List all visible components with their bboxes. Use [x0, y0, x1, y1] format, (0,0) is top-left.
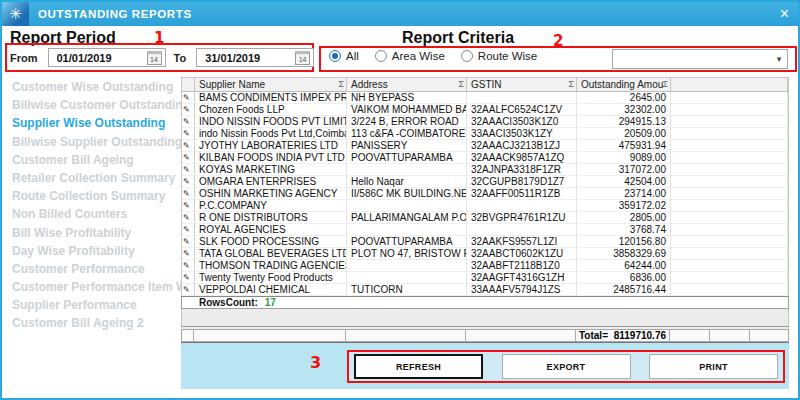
filter-icon[interactable]: Σ — [338, 78, 344, 91]
filler-cell — [671, 224, 788, 236]
radio-option-route-wise[interactable]: Route Wise — [461, 50, 537, 62]
table-row[interactable]: ✎OSHIN MARKETING AGENCYII/586C MK BUILDI… — [182, 188, 788, 200]
column-header-address[interactable]: Address Σ — [347, 78, 467, 91]
outstanding-amount-cell: 20509.00 — [577, 128, 671, 140]
calendar-icon[interactable]: 14 — [295, 51, 310, 65]
close-icon[interactable]: × — [780, 6, 789, 22]
address-cell — [347, 200, 467, 212]
table-row[interactable]: ✎SLK FOOD PROCESSINGPOOVATTUPARAMBA32AAK… — [182, 236, 788, 248]
table-row[interactable]: ✎THOMSON TRADING AGENCIES32AABFT2118B1Z0… — [182, 260, 788, 272]
edit-pencil-icon: ✎ — [182, 152, 195, 164]
edit-pencil-icon: ✎ — [182, 248, 195, 260]
table-row[interactable]: ✎R ONE DISTRIBUTORSPALLARIMANGALAM P.O.3… — [182, 212, 788, 224]
report-period-fields: From 14 To 14 — [10, 48, 322, 67]
sidebar-item[interactable]: Route Collection Summary — [2, 187, 181, 205]
total-label: Total= — [579, 330, 608, 341]
sidebar-item[interactable]: Non Billed Counters — [2, 205, 181, 223]
filler-cell — [671, 236, 788, 248]
to-date-input[interactable] — [205, 52, 285, 64]
table-row[interactable]: ✎VEPPOLDAI CHEMICALTUTICORN33AAAFV5794J1… — [182, 284, 788, 296]
filler-cell — [671, 260, 788, 272]
radio-button-icon[interactable] — [329, 50, 341, 62]
radio-label: Area Wise — [392, 50, 445, 62]
calendar-icon[interactable]: 14 — [147, 51, 162, 65]
filter-icon[interactable]: Σ — [458, 78, 464, 91]
from-label: From — [10, 52, 38, 64]
table-row[interactable]: ✎TATA GLOBAL BEVERAGES LTDPLOT NO 47, BR… — [182, 248, 788, 260]
address-cell: II/586C MK BUILDING.NEARM — [347, 188, 467, 200]
edit-pencil-icon: ✎ — [182, 272, 195, 284]
radio-option-area-wise[interactable]: Area Wise — [375, 50, 445, 62]
sidebar-item[interactable]: Supplier Performance — [2, 296, 181, 314]
from-date-field[interactable]: 14 — [48, 48, 166, 67]
table-row[interactable]: ✎P.C.COMPANY359172.02 — [182, 200, 788, 212]
sidebar-item[interactable]: Customer Bill Ageing 2 — [2, 314, 181, 332]
column-header-supplier[interactable]: Supplier Name Σ — [195, 78, 347, 91]
radio-button-icon[interactable] — [375, 50, 387, 62]
criteria-dropdown[interactable]: ▾ — [612, 49, 788, 69]
address-cell — [347, 260, 467, 272]
table-row[interactable]: ✎OMGARA ENTERPRISESHello Naqar32CGUPB817… — [182, 176, 788, 188]
table-row[interactable]: ✎indo Nissin Foods Pvt Ltd,Coimbato113 c… — [182, 128, 788, 140]
to-date-field[interactable]: 14 — [196, 48, 314, 67]
column-header-gstin[interactable]: GSTIN Σ — [467, 78, 577, 91]
filler-cell — [671, 128, 788, 140]
filler-cell — [671, 140, 788, 152]
sidebar-item[interactable]: Supplier Wise Outstanding — [2, 114, 181, 132]
gstin-cell — [467, 200, 577, 212]
sidebar-item[interactable]: Customer Performance Item Wise — [2, 278, 181, 296]
rows-count-bar: RowsCount: 17 — [181, 296, 789, 309]
filler-cell — [671, 188, 788, 200]
window-title: OUTSTANDING REPORTS — [38, 8, 192, 20]
sidebar-item[interactable]: Bill Wise Profitability — [2, 224, 181, 242]
address-cell: PLOT NO 47, BRISTOW ROAD — [347, 248, 467, 260]
address-cell: VAIKOM MOHAMMED BASHE — [347, 104, 467, 116]
address-cell — [347, 164, 467, 176]
radio-button-icon[interactable] — [461, 50, 473, 62]
sidebar-item[interactable]: Retailer Collection Summary — [2, 169, 181, 187]
supplier-name-cell: KOYAS MARKETING — [195, 164, 347, 176]
supplier-name-cell: VEPPOLDAI CHEMICAL — [195, 284, 347, 296]
column-header-outstanding[interactable]: Outstanding Amou Σ — [577, 78, 671, 91]
radio-group: AllArea WiseRoute Wise — [329, 50, 537, 62]
refresh-button[interactable]: REFRESH — [354, 354, 483, 379]
outstanding-reports-window: ✳ OUTSTANDING REPORTS × Report Period 1 … — [0, 0, 800, 400]
total-cell: Total= 8119710.76 — [576, 329, 670, 342]
sidebar-item[interactable]: Billwise Customer Outstanding — [2, 96, 181, 114]
outstanding-amount-cell: 3768.74 — [577, 224, 671, 236]
sidebar-item[interactable]: Day Wise Profitability — [2, 242, 181, 260]
supplier-name-cell: THOMSON TRADING AGENCIES — [195, 260, 347, 272]
to-label: To — [174, 52, 187, 64]
print-button[interactable]: PRINT — [649, 354, 778, 379]
supplier-name-cell: Chozen Foods LLP — [195, 104, 347, 116]
footer-buttons: REFRESHEXPORTPRINT — [354, 354, 778, 379]
table-row[interactable]: ✎BAMS CONDIMENTS IMPEX PRIVATNH BYEPASS2… — [182, 92, 788, 104]
edit-pencil-icon: ✎ — [182, 140, 195, 152]
outstanding-amount-cell: 2805.00 — [577, 212, 671, 224]
table-row[interactable]: ✎ROYAL AGENCIES3768.74 — [182, 224, 788, 236]
table-row[interactable]: ✎KOYAS MARKETING32AJNPA3318F1ZR317072.00 — [182, 164, 788, 176]
sidebar-item[interactable]: Billwise Supplier Outstanding — [2, 133, 181, 151]
table-row[interactable]: ✎JYOTHY LABORATERIES LTDPANISSERY32AAACJ… — [182, 140, 788, 152]
chevron-down-icon: ▾ — [771, 54, 787, 64]
sidebar-item[interactable]: Customer Bill Ageing — [2, 151, 181, 169]
table-row[interactable]: ✎KILBAN FOODS INDIA PVT LTDPOOVATTUPARAM… — [182, 152, 788, 164]
filter-icon[interactable]: Σ — [568, 78, 574, 91]
table-row[interactable]: ✎INDO NISSIN FOODS PVT LIMITED3/224 B, E… — [182, 116, 788, 128]
from-date-input[interactable] — [57, 52, 137, 64]
radio-option-all[interactable]: All — [329, 50, 359, 62]
sidebar-item[interactable]: Customer Wise Outstanding — [2, 78, 181, 96]
table-row[interactable]: ✎Twenty Twenty Food Products32AAGFT4316G… — [182, 272, 788, 284]
export-button[interactable]: EXPORT — [502, 354, 631, 379]
filler-cell — [671, 92, 788, 104]
filter-icon[interactable]: Σ — [662, 78, 668, 91]
outstanding-amount-cell: 9089.00 — [577, 152, 671, 164]
supplier-name-cell: KILBAN FOODS INDIA PVT LTD — [195, 152, 347, 164]
total-value: 8119710.76 — [614, 330, 666, 341]
outstanding-amount-cell: 317072.00 — [577, 164, 671, 176]
address-cell: POOVATTUPARAMBA — [347, 236, 467, 248]
filler-cell — [671, 248, 788, 260]
sidebar-item[interactable]: Customer Performance — [2, 260, 181, 278]
table-row[interactable]: ✎Chozen Foods LLPVAIKOM MOHAMMED BASHE32… — [182, 104, 788, 116]
outstanding-amount-cell: 475931.94 — [577, 140, 671, 152]
